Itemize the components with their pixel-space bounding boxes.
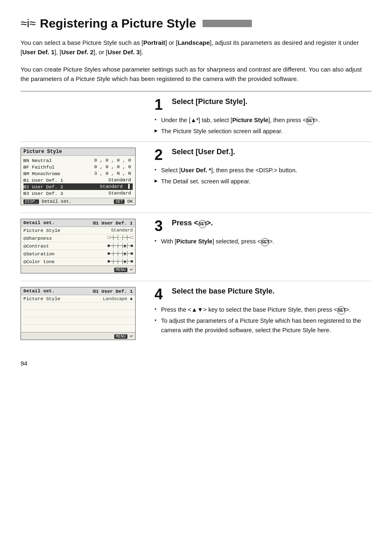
step-4-number: 4 [154, 287, 168, 302]
screen2-header-title: Detail set. [23, 220, 55, 226]
step-2-bullet-1: Select [User Def. *], then press the <DI… [154, 166, 371, 175]
screen1-body: ⊞N Neutral 0 , 0 , 0 , 0 ⊞F Faithful 0 ,… [21, 156, 135, 198]
step-2-header: 2 Select [User Def.]. [154, 148, 371, 162]
step-2-number: 2 [154, 148, 168, 162]
step-1-arrow-1: The Picture Style selection screen will … [154, 127, 371, 136]
screen1-footer-disp: DISP. Detail set. [23, 199, 71, 204]
screen2-row-contrast: ◎Contrast ■─┼─┼─┤◉├─■ [21, 242, 135, 250]
step-2-right: 2 Select [User Def.]. Select [User Def. … [148, 142, 371, 213]
step-3-number: 3 [154, 219, 168, 234]
intro-paragraph-1: You can select a base Picture Style such… [21, 38, 371, 57]
step-1-right: 1 Select [Picture Style]. Under the [▲²]… [148, 92, 371, 141]
step-3-bullet-1: With [Picture Style] selected, press <SE… [154, 237, 371, 246]
screen1-title: Picture Style [21, 148, 135, 156]
step-4-bullet-2: To adjust the parameters of a Picture St… [154, 316, 371, 335]
step-2-row: Picture Style ⊞N Neutral 0 , 0 , 0 , 0 ⊞… [21, 141, 371, 213]
step-4-left: Detail set. ⊞1 User Def. 1 Picture Style… [21, 281, 148, 347]
screen3-footer: MENU ↩ [21, 332, 135, 340]
screen1-row-faithful: ⊞F Faithful 0 , 0 , 0 , 0 [23, 164, 133, 170]
step-1-left [21, 92, 148, 141]
screen1-row-mono: ⊞M Monochrome 3 , 0 , N , N [23, 170, 133, 177]
step-1-title: Select [Picture Style]. [172, 97, 247, 106]
step-4-bullet-1: Press the <▲▼> key to select the base Pi… [154, 305, 371, 315]
screen3-row-empty2 [21, 310, 135, 317]
header-decoration [203, 20, 252, 27]
step-4-bullets: Press the <▲▼> key to select the base Pi… [154, 305, 371, 335]
step-3-right: 3 Press <SET>. With [Picture Style] sele… [148, 213, 371, 281]
screen2-header: Detail set. ⊞1 User Def. 1 [21, 219, 135, 227]
page-number: 94 [21, 360, 371, 367]
step-3-left: Detail set. ⊞1 User Def. 1 Picture Style… [21, 213, 148, 281]
screen3-row-empty1 [21, 303, 135, 310]
screen3-header-title: Detail set. [23, 288, 55, 294]
screen1-row-neutral: ⊞N Neutral 0 , 0 , 0 , 0 [23, 157, 133, 164]
step-1-bullet-1: Under the [▲²] tab, select [Picture Styl… [154, 116, 371, 125]
step-2-arrow-1: The Detail set. screen will appear. [154, 177, 371, 186]
screen1-row-udef3: ⊞3 User Def. 3 Standard [23, 190, 133, 197]
screen-detail-set-1: Detail set. ⊞1 User Def. 1 Picture Style… [21, 219, 136, 273]
screen2-row-picstyle: Picture Style Standard [21, 227, 135, 234]
step-2-left: Picture Style ⊞N Neutral 0 , 0 , 0 , 0 ⊞… [21, 142, 148, 213]
step-1-header: 1 Select [Picture Style]. [154, 97, 371, 112]
screen3-row-empty4 [21, 325, 135, 332]
step-4-title: Select the base Picture Style. [172, 287, 274, 296]
screen2-row-sharpness: ◎Sharpness □─┼─┤·├─┼─□ [21, 234, 135, 242]
step-4-row: Detail set. ⊞1 User Def. 1 Picture Style… [21, 281, 371, 347]
screen2-menu: MENU ↩ [114, 267, 133, 272]
screen2-header-subtitle: ⊞1 User Def. 1 [93, 220, 133, 226]
screen1-row-udef1: ⊞1 User Def. 1 Standard [23, 177, 133, 183]
page-title: Registering a Picture Style [40, 16, 196, 30]
steps-container: 1 Select [Picture Style]. Under the [▲²]… [21, 91, 371, 347]
step-1-row: 1 Select [Picture Style]. Under the [▲²]… [21, 91, 371, 141]
screen3-menu: MENU ↩ [114, 333, 133, 339]
screen1-footer-set: SET OK [114, 199, 133, 204]
step-1-bullets: Under the [▲²] tab, select [Picture Styl… [154, 116, 371, 136]
screen2-row-colortone: ◎Color tone ■─┼─┼─┤◉├─■ [21, 258, 135, 266]
screen3-header-subtitle: ⊞1 User Def. 1 [93, 288, 133, 294]
screen3-row-picstyle: Picture Style Landscape ◆ [21, 295, 135, 303]
step-4-header: 4 Select the base Picture Style. [154, 287, 371, 302]
screen-picture-style: Picture Style ⊞N Neutral 0 , 0 , 0 , 0 ⊞… [21, 148, 136, 205]
step-2-title: Select [User Def.]. [172, 148, 235, 156]
screen2-row-saturation: ◎Saturation ■─┼─┼─┤◉├─■ [21, 250, 135, 258]
step-4-right: 4 Select the base Picture Style. Press t… [148, 281, 371, 347]
screen2-footer: MENU ↩ [21, 266, 135, 273]
step-3-bullets: With [Picture Style] selected, press <SE… [154, 237, 371, 246]
screen3-header: Detail set. ⊞1 User Def. 1 [21, 287, 135, 295]
step-1-number: 1 [154, 97, 168, 112]
intro-paragraph-2: You can create Picture Styles whose para… [21, 65, 371, 84]
screen1-row-udef2: ⊞2 User Def. 2 Standard ▌ [23, 183, 133, 190]
step-3-header: 3 Press <SET>. [154, 219, 371, 234]
step-3-row: Detail set. ⊞1 User Def. 1 Picture Style… [21, 213, 371, 281]
step-2-bullets: Select [User Def. *], then press the <DI… [154, 166, 371, 186]
screen-detail-set-2: Detail set. ⊞1 User Def. 1 Picture Style… [21, 287, 136, 340]
page-icon: ≈i≈ [21, 17, 36, 30]
step-3-title: Press <SET>. [172, 219, 213, 228]
page-header: ≈i≈ Registering a Picture Style [21, 16, 371, 30]
screen3-row-empty3 [21, 317, 135, 325]
screen1-footer: DISP. Detail set. SET OK [21, 198, 135, 205]
